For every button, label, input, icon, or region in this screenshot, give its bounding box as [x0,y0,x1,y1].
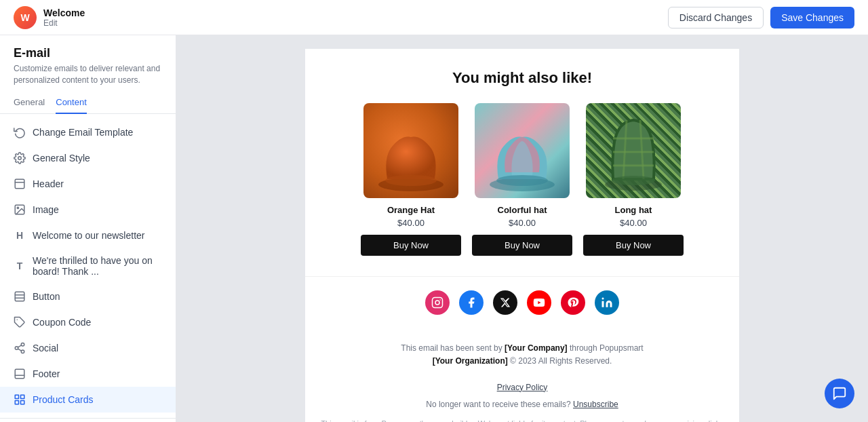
product-name-colorful-hat: Colorful hat [472,205,572,215]
instagram-icon[interactable] [425,290,450,315]
sidebar-item-label: Image [33,204,59,215]
svg-rect-17 [21,395,24,398]
svg-rect-1 [15,179,24,189]
product-price-colorful-hat: $40.00 [472,218,572,228]
sidebar-description: Customize emails to deliver relevant and… [14,63,162,86]
footer-org: [Your Organization] [433,356,508,366]
brand-name: Welcome [43,7,85,18]
svg-point-0 [18,156,22,159]
svg-point-30 [612,176,655,185]
heading-icon: H [14,229,26,242]
topbar: W Welcome Edit Discard Changes Save Chan… [0,0,868,35]
email-social-section [305,276,739,328]
grid-icon [14,394,26,406]
sidebar-item-label: Welcome to our newsletter [33,230,144,241]
sidebar-item-label: Social [33,343,58,353]
footer-unsubscribe-text: No longer want to receive these emails? … [319,398,726,411]
svg-line-13 [18,345,21,347]
unsubscribe-link[interactable]: Unsubscribe [573,400,618,409]
product-buy-button-colorful-hat[interactable]: Buy Now [472,235,572,256]
edit-link[interactable]: Edit [43,18,85,28]
youtube-icon[interactable] [527,290,551,315]
layout-icon [14,178,26,190]
hat-svg-colorful [488,132,556,193]
product-name-orange-hat: Orange Hat [361,205,461,215]
text-icon: T [14,260,26,272]
svg-rect-14 [15,369,24,379]
product-buy-button-long-hat[interactable]: Buy Now [583,235,684,256]
product-section-title: You might also like! [319,69,726,87]
svg-line-12 [18,349,21,351]
sidebar-footer: Back Enable Email Automation [0,418,176,422]
share-icon [14,342,26,354]
main-layout: E-mail Customize emails to deliver relev… [0,35,868,422]
button-icon [14,290,26,303]
sidebar-item-thrilled[interactable]: T We're thrilled to have you on board! T… [0,248,176,284]
sidebar-item-footer[interactable]: Footer [0,361,176,387]
svg-point-33 [439,299,441,301]
x-twitter-icon[interactable] [493,290,517,315]
product-card-image-orange-hat [363,103,458,198]
sidebar-item-button[interactable]: Button [0,284,176,309]
sidebar-item-change-email-template[interactable]: Change Email Template [0,119,176,145]
svg-point-32 [435,301,439,305]
svg-rect-31 [433,298,443,308]
product-cards-row: Orange Hat $40.00 Buy Now [319,103,726,256]
sidebar-item-product-cards[interactable]: Product Cards [0,387,176,413]
save-button[interactable]: Save Changes [770,7,854,28]
footer-disclaimer: This email is from Popupsmart's popup bu… [319,418,726,422]
tab-content[interactable]: Content [56,92,87,114]
product-card-colorful-hat: Colorful hat $40.00 Buy Now [472,103,572,256]
sidebar-header: E-mail Customize emails to deliver relev… [0,35,176,92]
sidebar-item-label: Product Cards [33,394,93,405]
svg-point-4 [17,207,18,208]
svg-rect-18 [21,400,24,404]
sidebar-item-label: Coupon Code [33,317,91,328]
refresh-icon [14,126,26,138]
sidebar-tabs: General Content [0,92,176,114]
sidebar-item-image[interactable]: Image [0,197,176,223]
product-card-orange-hat: Orange Hat $40.00 Buy Now [361,103,461,256]
chat-bubble-button[interactable] [825,379,854,408]
sidebar-item-label: Change Email Template [33,127,133,138]
topbar-left: W Welcome Edit [14,6,85,29]
discard-button[interactable]: Discard Changes [668,7,764,28]
app-logo: W [14,6,37,29]
svg-rect-16 [15,395,18,398]
sidebar-item-social[interactable]: Social [0,335,176,361]
hat-svg-plaid [599,118,667,193]
svg-point-21 [385,175,437,186]
product-card-long-hat: Long hat $40.00 Buy Now [583,103,684,256]
product-card-image-colorful-hat [475,103,570,198]
email-product-section: You might also like! [305,49,739,276]
linkedin-icon[interactable] [595,290,619,315]
privacy-policy-link[interactable]: Privacy Policy [319,381,726,394]
email-preview: You might also like! [305,49,739,422]
sidebar-items: Change Email Template General Style [0,114,176,418]
product-name-long-hat: Long hat [583,205,684,215]
tab-general[interactable]: General [14,92,45,114]
sidebar-item-label: We're thrilled to have you on board! Tha… [33,255,162,277]
chat-icon [832,386,847,401]
sidebar-item-label: General Style [33,153,90,164]
product-buy-button-orange-hat[interactable]: Buy Now [361,235,461,256]
footer-icon [14,368,26,380]
sidebar-item-label: Button [33,291,60,302]
svg-rect-5 [15,292,24,301]
sidebar-item-label: Header [33,178,64,189]
pinterest-icon[interactable] [561,290,585,315]
product-price-orange-hat: $40.00 [361,218,461,228]
sidebar-item-coupon-code[interactable]: Coupon Code [0,309,176,335]
footer-company: [Your Company] [505,343,567,353]
sidebar: E-mail Customize emails to deliver relev… [0,35,176,422]
sidebar-item-welcome-newsletter[interactable]: H Welcome to our newsletter [0,223,176,248]
tag-icon [14,316,26,328]
product-price-long-hat: $40.00 [583,218,684,228]
app-brand: Welcome Edit [43,7,85,28]
sidebar-item-header[interactable]: Header [0,171,176,197]
footer-sent-by: This email has been sent by [Your Compan… [319,342,726,368]
facebook-icon[interactable] [459,290,484,315]
sidebar-item-general-style[interactable]: General Style [0,145,176,171]
svg-rect-19 [15,400,18,404]
settings-icon [14,152,26,164]
